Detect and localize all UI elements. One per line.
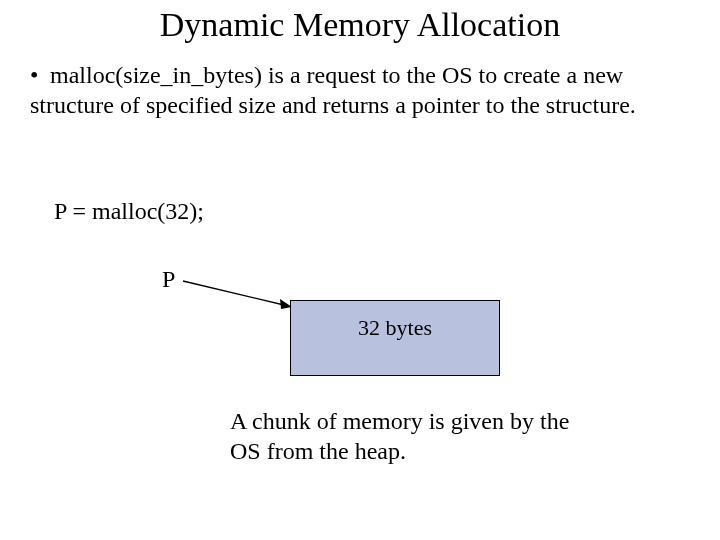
arrow-icon bbox=[180, 275, 300, 315]
svg-line-0 bbox=[183, 281, 284, 305]
bullet-text: malloc(size_in_bytes) is a request to th… bbox=[30, 62, 636, 118]
pointer-label: P bbox=[162, 266, 175, 293]
code-statement: P = malloc(32); bbox=[54, 198, 204, 225]
memory-box-label: 32 bytes bbox=[358, 315, 432, 341]
bullet-marker: • bbox=[30, 60, 50, 90]
caption-text: A chunk of memory is given by the OS fro… bbox=[230, 406, 590, 466]
bullet-line: •malloc(size_in_bytes) is a request to t… bbox=[30, 60, 670, 120]
slide-title: Dynamic Memory Allocation bbox=[0, 6, 720, 44]
slide: Dynamic Memory Allocation •malloc(size_i… bbox=[0, 0, 720, 540]
memory-box: 32 bytes bbox=[290, 300, 500, 376]
